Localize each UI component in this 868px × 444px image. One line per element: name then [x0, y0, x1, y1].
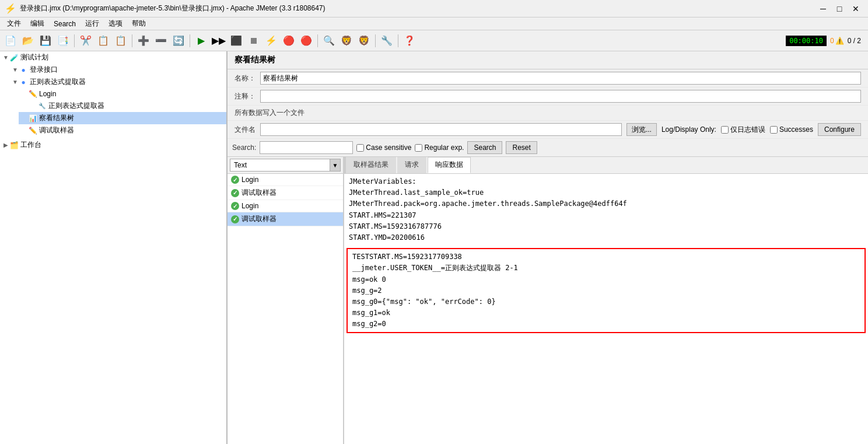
- remote-stop-button[interactable]: 🔴: [281, 33, 297, 49]
- result-item-debug1[interactable]: ✓ 调试取样器: [228, 186, 343, 200]
- stop-button[interactable]: ⬛: [228, 33, 244, 49]
- window-controls: ─ □ ✕: [816, 3, 863, 15]
- results-split: ✓ Login ✓ 调试取样器 ✓ Login ✓ 调试取样器: [228, 174, 868, 444]
- result-item-login2[interactable]: ✓ Login: [228, 200, 343, 212]
- menu-edit[interactable]: 编辑: [26, 18, 49, 30]
- write-label: 所有数据写入一个文件: [235, 108, 304, 118]
- browse-button[interactable]: 浏览...: [626, 123, 657, 136]
- successes-checkbox[interactable]: [770, 126, 778, 134]
- result-status-icon-debug1: ✓: [231, 189, 239, 197]
- shutdown-button[interactable]: ⏹: [246, 33, 262, 49]
- tree-arrow: ▼: [12, 67, 19, 73]
- log-display-label: Log/Display Only:: [662, 125, 716, 134]
- open-button[interactable]: 📂: [20, 33, 36, 49]
- tab-sampler-result[interactable]: 取样器结果: [346, 157, 396, 173]
- tab-request[interactable]: 请求: [397, 157, 426, 173]
- app-icon: ⚡: [5, 3, 16, 14]
- name-input[interactable]: [260, 72, 861, 85]
- tree-label-regex-extractor: 正则表达式提取器: [30, 77, 86, 87]
- regex2-icon: 🔧: [37, 102, 47, 111]
- add-button[interactable]: ➕: [135, 33, 152, 49]
- text-dropdown[interactable]: Text ▼: [230, 159, 341, 172]
- warn-indicator: 0 ⚠️: [830, 37, 844, 45]
- help-button[interactable]: ❓: [401, 33, 418, 49]
- save-button[interactable]: 💾: [37, 33, 54, 49]
- minimize-button[interactable]: ─: [816, 3, 831, 15]
- workbench-icon: 🗂️: [9, 141, 19, 150]
- tree-item-workbench[interactable]: ▶ 🗂️ 工作台: [0, 139, 226, 151]
- regular-exp-checkbox[interactable]: [415, 144, 422, 152]
- toolbar-sep5: [375, 34, 376, 47]
- search-row: Search: Case sensitive Regular exp. Sear…: [228, 139, 868, 157]
- tree-arrow: ▶: [2, 142, 9, 148]
- case-sensitive-checkbox[interactable]: [356, 144, 364, 152]
- case-sensitive-text: Case sensitive: [366, 144, 411, 152]
- toolbar-sep1: [74, 34, 75, 47]
- close-button[interactable]: ✕: [848, 3, 863, 15]
- errors-checkbox-label: 仅日志错误: [721, 125, 765, 135]
- tree-arrow: [21, 115, 28, 121]
- remote-stop2-button[interactable]: 🔴: [298, 33, 314, 49]
- panel-title: 察看结果树: [235, 55, 275, 64]
- write-row: 所有数据写入一个文件: [228, 106, 868, 121]
- clear-all-button[interactable]: 🦁: [356, 33, 372, 49]
- refresh-button[interactable]: 🔄: [170, 33, 187, 49]
- warn-icon: ⚠️: [835, 37, 844, 45]
- new-button[interactable]: 📄: [2, 33, 19, 49]
- result-status-icon-login1: ✓: [231, 176, 239, 184]
- result-item-login1[interactable]: ✓ Login: [228, 174, 343, 186]
- errors-label: 仅日志错误: [730, 125, 765, 135]
- tree-item-test-plan[interactable]: ▼ 🧪 测试计划: [0, 51, 226, 64]
- result-item-debug2[interactable]: ✓ 调试取样器: [228, 212, 343, 226]
- menu-search[interactable]: Search: [49, 19, 80, 29]
- results-content: JMeterVariables: JMeterThread.last_sampl…: [344, 174, 868, 444]
- search-toolbar-button[interactable]: 🔍: [321, 33, 337, 49]
- tree-item-view-results[interactable]: 📊 察看结果树: [19, 112, 226, 124]
- start-no-pause-button[interactable]: ▶▶: [211, 33, 227, 49]
- tree-item-login[interactable]: ✏️ Login: [19, 88, 226, 100]
- toolbar-sep6: [398, 34, 398, 47]
- text-dropdown-arrow-icon[interactable]: ▼: [330, 159, 340, 171]
- tree-item-login-interface[interactable]: ▼ ● 登录接口: [9, 64, 226, 76]
- function-helper-button[interactable]: 🔧: [379, 33, 395, 49]
- content-above-box: JMeterVariables: JMeterThread.last_sampl…: [344, 174, 868, 246]
- start-button[interactable]: ▶: [193, 33, 209, 49]
- copy-button[interactable]: 📋: [95, 33, 111, 49]
- menu-run[interactable]: 运行: [80, 18, 104, 30]
- successes-checkbox-label: Successes: [770, 125, 813, 134]
- menu-help[interactable]: 帮助: [127, 18, 150, 30]
- file-input[interactable]: [260, 123, 622, 136]
- save-as-button[interactable]: 📑: [55, 33, 71, 49]
- name-label: 名称：: [235, 74, 256, 83]
- tree-item-regex-extractor-2[interactable]: 🔧 正则表达式提取器: [28, 100, 226, 112]
- menu-options[interactable]: 选项: [104, 18, 127, 30]
- reset-button[interactable]: Reset: [506, 141, 537, 154]
- menubar: 文件 编辑 Search 运行 选项 帮助: [0, 18, 868, 30]
- highlighted-content-box: TESTSTART.MS=1592317709338 __jmeter.USER…: [346, 248, 866, 333]
- toolbar-sep2: [132, 34, 132, 47]
- tab-response-data[interactable]: 响应数据: [428, 157, 471, 173]
- toolbar-sep3: [190, 34, 190, 47]
- maximize-button[interactable]: □: [832, 3, 847, 15]
- remote-start-button[interactable]: ⚡: [263, 33, 279, 49]
- panel-header: 察看结果树: [228, 51, 868, 69]
- cut-button[interactable]: ✂️: [78, 33, 94, 49]
- result-status-icon-debug2: ✓: [231, 215, 239, 223]
- comment-input[interactable]: [260, 90, 861, 103]
- configure-button[interactable]: Configure: [818, 123, 861, 136]
- tree-item-debug-sampler[interactable]: ✏️ 调试取样器: [19, 124, 226, 137]
- errors-checkbox[interactable]: [721, 126, 729, 134]
- titlebar: ⚡ 登录接口.jmx (D:\myprogram\apache-jmeter-5…: [0, 0, 868, 18]
- remove-button[interactable]: ➖: [153, 33, 169, 49]
- search-button[interactable]: Search: [467, 141, 502, 154]
- search-input[interactable]: [260, 141, 353, 154]
- tree-arrow: ▼: [2, 54, 9, 61]
- tree-arrow: ▼: [12, 79, 19, 85]
- progress-count: 0 / 2: [848, 37, 861, 45]
- tree-item-regex-extractor[interactable]: ▼ ● 正则表达式提取器: [9, 76, 226, 88]
- paste-button[interactable]: 📋: [113, 33, 129, 49]
- view-results-icon: 📊: [28, 114, 37, 123]
- tabs-container: 取样器结果 请求 响应数据: [346, 157, 868, 173]
- menu-file[interactable]: 文件: [2, 18, 26, 30]
- clear-button[interactable]: 🦁: [338, 33, 355, 49]
